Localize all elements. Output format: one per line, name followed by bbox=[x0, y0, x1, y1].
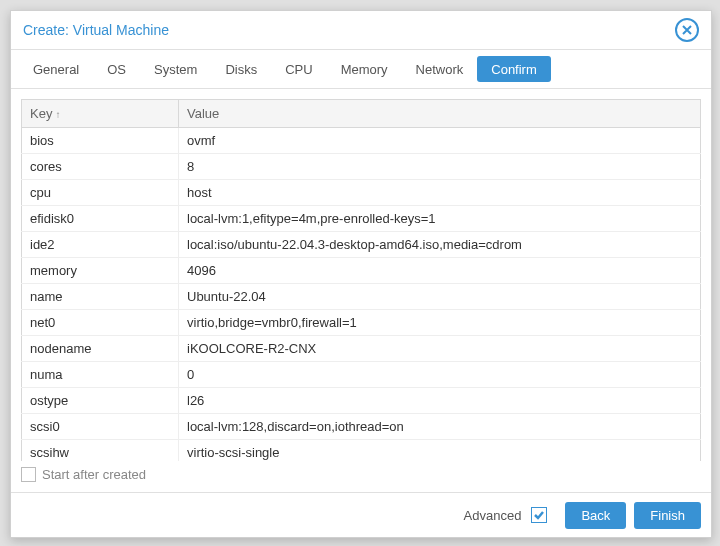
cell-key: ostype bbox=[22, 388, 179, 414]
cell-key: numa bbox=[22, 362, 179, 388]
cell-value: 0 bbox=[179, 362, 701, 388]
tab-disks[interactable]: Disks bbox=[211, 50, 271, 88]
table-row[interactable]: cores8 bbox=[22, 154, 701, 180]
dialog-title: Create: Virtual Machine bbox=[23, 22, 675, 38]
column-header-key-label: Key bbox=[30, 106, 52, 121]
advanced-label: Advanced bbox=[464, 508, 522, 523]
table-row[interactable]: memory4096 bbox=[22, 258, 701, 284]
summary-table: Key↑ Value biosovmfcores8cpuhostefidisk0… bbox=[21, 99, 701, 461]
cell-key: ide2 bbox=[22, 232, 179, 258]
tab-network[interactable]: Network bbox=[402, 50, 478, 88]
cell-key: memory bbox=[22, 258, 179, 284]
cell-value: virtio,bridge=vmbr0,firewall=1 bbox=[179, 310, 701, 336]
cell-value: local-lvm:1,efitype=4m,pre-enrolled-keys… bbox=[179, 206, 701, 232]
cell-value: 8 bbox=[179, 154, 701, 180]
table-row[interactable]: nodenameiKOOLCORE-R2-CNX bbox=[22, 336, 701, 362]
sort-ascending-icon: ↑ bbox=[55, 109, 60, 120]
cell-value: local-lvm:128,discard=on,iothread=on bbox=[179, 414, 701, 440]
cell-key: scsihw bbox=[22, 440, 179, 462]
cell-value: virtio-scsi-single bbox=[179, 440, 701, 462]
table-row[interactable]: scsi0local-lvm:128,discard=on,iothread=o… bbox=[22, 414, 701, 440]
cell-key: nodename bbox=[22, 336, 179, 362]
back-button[interactable]: Back bbox=[565, 502, 626, 529]
advanced-checkbox[interactable] bbox=[531, 507, 547, 523]
tab-cpu[interactable]: CPU bbox=[271, 50, 326, 88]
table-row[interactable]: ostypel26 bbox=[22, 388, 701, 414]
table-row[interactable]: efidisk0local-lvm:1,efitype=4m,pre-enrol… bbox=[22, 206, 701, 232]
cell-value: host bbox=[179, 180, 701, 206]
start-after-created-row: Start after created bbox=[11, 461, 711, 492]
column-header-key[interactable]: Key↑ bbox=[22, 100, 179, 128]
table-row[interactable]: ide2local:iso/ubuntu-22.04.3-desktop-amd… bbox=[22, 232, 701, 258]
tab-os[interactable]: OS bbox=[93, 50, 140, 88]
column-header-value[interactable]: Value bbox=[179, 100, 701, 128]
table-row[interactable]: scsihwvirtio-scsi-single bbox=[22, 440, 701, 462]
check-icon bbox=[533, 509, 545, 521]
confirm-panel: Key↑ Value biosovmfcores8cpuhostefidisk0… bbox=[11, 89, 711, 461]
dialog-footer: Advanced Back Finish bbox=[11, 492, 711, 537]
cell-value: Ubuntu-22.04 bbox=[179, 284, 701, 310]
table-row[interactable]: biosovmf bbox=[22, 128, 701, 154]
finish-button[interactable]: Finish bbox=[634, 502, 701, 529]
cell-key: net0 bbox=[22, 310, 179, 336]
dialog-titlebar: Create: Virtual Machine bbox=[11, 11, 711, 50]
start-after-created-label: Start after created bbox=[42, 467, 146, 482]
cell-key: bios bbox=[22, 128, 179, 154]
wizard-tabs: GeneralOSSystemDisksCPUMemoryNetworkConf… bbox=[11, 50, 711, 89]
cell-value: iKOOLCORE-R2-CNX bbox=[179, 336, 701, 362]
tab-general[interactable]: General bbox=[19, 50, 93, 88]
cell-value: l26 bbox=[179, 388, 701, 414]
cell-key: scsi0 bbox=[22, 414, 179, 440]
cell-value: local:iso/ubuntu-22.04.3-desktop-amd64.i… bbox=[179, 232, 701, 258]
cell-key: efidisk0 bbox=[22, 206, 179, 232]
cell-value: 4096 bbox=[179, 258, 701, 284]
table-row[interactable]: cpuhost bbox=[22, 180, 701, 206]
start-after-created-checkbox[interactable] bbox=[21, 467, 36, 482]
cell-value: ovmf bbox=[179, 128, 701, 154]
table-row[interactable]: nameUbuntu-22.04 bbox=[22, 284, 701, 310]
cell-key: cores bbox=[22, 154, 179, 180]
cell-key: name bbox=[22, 284, 179, 310]
table-row[interactable]: numa0 bbox=[22, 362, 701, 388]
close-icon bbox=[682, 25, 692, 35]
table-row[interactable]: net0virtio,bridge=vmbr0,firewall=1 bbox=[22, 310, 701, 336]
cell-key: cpu bbox=[22, 180, 179, 206]
tab-system[interactable]: System bbox=[140, 50, 211, 88]
tab-confirm[interactable]: Confirm bbox=[477, 56, 551, 82]
column-header-value-label: Value bbox=[187, 106, 219, 121]
create-vm-dialog: Create: Virtual Machine GeneralOSSystemD… bbox=[10, 10, 712, 538]
close-button[interactable] bbox=[675, 18, 699, 42]
tab-memory[interactable]: Memory bbox=[327, 50, 402, 88]
